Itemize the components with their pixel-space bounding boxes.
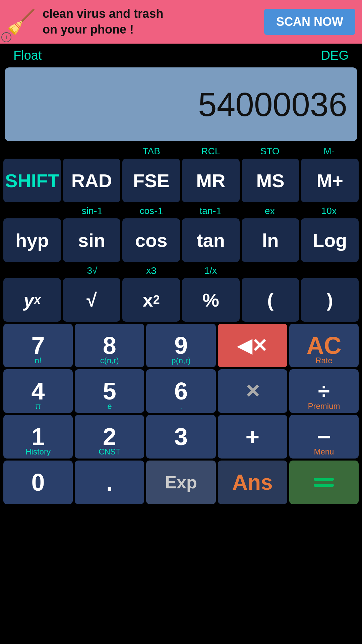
sub-col1-2 bbox=[63, 145, 122, 158]
sub-sto-label: STO bbox=[240, 145, 300, 158]
2-button[interactable]: 2CNST bbox=[75, 415, 144, 459]
float-mode-label[interactable]: Float bbox=[13, 48, 42, 63]
pi-sublabel: π bbox=[3, 401, 73, 411]
sub-x3-label: x3 bbox=[122, 264, 181, 277]
sub-cos-inv-label: cos-1 bbox=[122, 204, 181, 218]
log-button[interactable]: Log bbox=[301, 218, 359, 262]
sub-mminus-label: M- bbox=[299, 145, 359, 158]
backspace-icon: ◀✕ bbox=[237, 335, 267, 357]
3-button[interactable]: 3 bbox=[146, 415, 216, 459]
info-icon[interactable]: i bbox=[1, 32, 11, 42]
tan-button[interactable]: tan bbox=[182, 218, 240, 262]
sub-col3-5 bbox=[240, 264, 300, 277]
cnst-sublabel: CNST bbox=[75, 447, 144, 457]
button-row-4: 7n! 8c(n,r) 9p(n,r) ◀✕ ACRate bbox=[3, 324, 359, 367]
multiply-button[interactable]: ✕ bbox=[218, 369, 287, 413]
ln-button[interactable]: ln bbox=[242, 218, 299, 262]
minus-button[interactable]: −Menu bbox=[289, 415, 359, 459]
sub-10x-label: 10x bbox=[299, 204, 359, 218]
backspace-button[interactable]: ◀✕ bbox=[218, 324, 287, 367]
sub-col1-1 bbox=[3, 145, 63, 158]
yx-button[interactable]: yx bbox=[3, 278, 61, 322]
ad-broom-icon: 🧹 bbox=[7, 8, 36, 36]
pnr-sublabel: p(n,r) bbox=[146, 356, 216, 365]
cos-button[interactable]: cos bbox=[122, 218, 180, 262]
sub-label-row-1: TAB RCL STO M- bbox=[3, 145, 359, 158]
mr-button[interactable]: MR bbox=[182, 159, 240, 202]
sub-label-row-2: sin-1 cos-1 tan-1 ex 10x bbox=[3, 204, 359, 218]
menu-sublabel: Menu bbox=[289, 447, 359, 457]
sub-sin-inv-label: sin-1 bbox=[63, 204, 122, 218]
equals-icon bbox=[314, 478, 334, 487]
ad-scan-button[interactable]: SCAN NOW bbox=[264, 9, 355, 35]
history-sublabel: History bbox=[3, 447, 73, 457]
dot-button[interactable]: . bbox=[75, 461, 144, 504]
shift-button[interactable]: SHIFT bbox=[3, 159, 61, 202]
button-row-2: hyp sin cos tan ln Log bbox=[3, 218, 359, 262]
sub-1x-label: 1/x bbox=[181, 264, 240, 277]
ms-button[interactable]: MS bbox=[242, 159, 299, 202]
sub-tab-label: TAB bbox=[122, 145, 181, 158]
exp-button[interactable]: Exp bbox=[146, 461, 216, 504]
nfact-sublabel: n! bbox=[3, 356, 73, 365]
sub-ex-label: ex bbox=[240, 204, 300, 218]
x2-button[interactable]: x2 bbox=[122, 278, 180, 322]
sqrt-button[interactable]: √ bbox=[63, 278, 121, 322]
mode-bar: Float DEG bbox=[0, 44, 362, 67]
sub-col3-1 bbox=[3, 264, 63, 277]
rate-sublabel: Rate bbox=[289, 356, 359, 365]
sub-3sqrt-label: 3√ bbox=[63, 264, 122, 277]
sub-label-row-3: 3√ x3 1/x bbox=[3, 264, 359, 277]
ad-text: clean virus and trash on your phone ! bbox=[43, 6, 264, 38]
sub-col3-6 bbox=[299, 264, 359, 277]
sin-button[interactable]: sin bbox=[63, 218, 121, 262]
sub-rcl-label: RCL bbox=[181, 145, 240, 158]
button-row-6: 1History 2CNST 3 + −Menu bbox=[3, 415, 359, 459]
0-button[interactable]: 0 bbox=[3, 461, 73, 504]
e-sublabel: e bbox=[75, 401, 144, 411]
hyp-button[interactable]: hyp bbox=[3, 218, 61, 262]
ans-button[interactable]: Ans bbox=[218, 461, 287, 504]
calculator-display: 54000036 bbox=[5, 67, 357, 141]
percent-button[interactable]: % bbox=[182, 278, 240, 322]
7-button[interactable]: 7n! bbox=[3, 324, 73, 367]
button-row-1: SHIFT RAD FSE MR MS M+ bbox=[3, 159, 359, 202]
6-button[interactable]: 6, bbox=[146, 369, 216, 413]
ad-banner: i 🧹 clean virus and trash on your phone … bbox=[0, 0, 362, 44]
open-paren-button[interactable]: ( bbox=[242, 278, 299, 322]
button-row-5: 4π 5e 6, ✕ ÷Premium bbox=[3, 369, 359, 413]
buttons-area: TAB RCL STO M- SHIFT RAD FSE MR MS M+ si… bbox=[0, 141, 362, 504]
plus-button[interactable]: + bbox=[218, 415, 287, 459]
angle-mode-label[interactable]: DEG bbox=[321, 48, 349, 63]
rad-button[interactable]: RAD bbox=[63, 159, 121, 202]
display-value: 54000036 bbox=[198, 85, 347, 124]
premium-sublabel: Premium bbox=[289, 401, 359, 411]
cnr-sublabel: c(n,r) bbox=[75, 356, 144, 365]
ac-button[interactable]: ACRate bbox=[289, 324, 359, 367]
5-button[interactable]: 5e bbox=[75, 369, 144, 413]
close-paren-button[interactable]: ) bbox=[301, 278, 359, 322]
4-button[interactable]: 4π bbox=[3, 369, 73, 413]
button-row-7: 0 . Exp Ans bbox=[3, 461, 359, 504]
8-button[interactable]: 8c(n,r) bbox=[75, 324, 144, 367]
9-button[interactable]: 9p(n,r) bbox=[146, 324, 216, 367]
equals-button[interactable] bbox=[289, 461, 359, 504]
divide-button[interactable]: ÷Premium bbox=[289, 369, 359, 413]
mplus-button[interactable]: M+ bbox=[301, 159, 359, 202]
fse-button[interactable]: FSE bbox=[122, 159, 180, 202]
comma-sublabel: , bbox=[146, 401, 216, 411]
button-row-3: yx √ x2 % ( ) bbox=[3, 278, 359, 322]
sub-col2-1 bbox=[3, 204, 63, 218]
1-button[interactable]: 1History bbox=[3, 415, 73, 459]
sub-tan-inv-label: tan-1 bbox=[181, 204, 240, 218]
